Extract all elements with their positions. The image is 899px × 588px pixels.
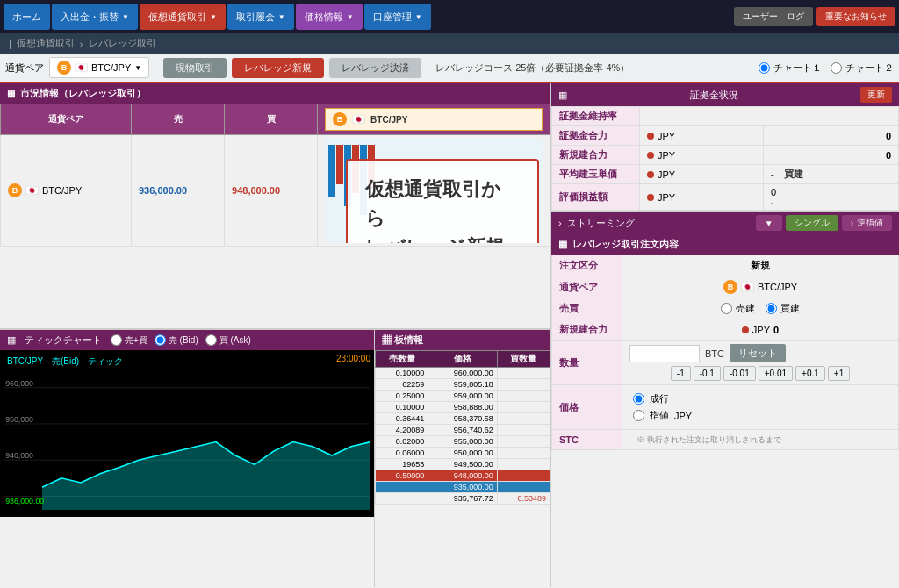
qty-input-field[interactable] bbox=[629, 345, 700, 362]
sell-option[interactable]: 売建 bbox=[721, 302, 755, 315]
legend-all-radio[interactable]: 売+買 bbox=[111, 334, 147, 347]
tab-single[interactable]: シングル bbox=[786, 215, 838, 231]
board-price-3: 958,888.00 bbox=[428, 402, 497, 413]
price-currency: JPY bbox=[674, 411, 692, 421]
limit-price-option[interactable]: 指値 JPY bbox=[633, 409, 888, 422]
board-price-6: 955,000.00 bbox=[428, 436, 497, 448]
tab-leverage-close[interactable]: レバレッジ決済 bbox=[329, 58, 421, 78]
right-panel: ▦ 証拠金状況 更新 証拠金維持率 - 証拠金合力 JPY bbox=[551, 83, 899, 587]
order-label-stc: STC bbox=[552, 430, 622, 450]
jpy-dot-pnl: JPY bbox=[647, 192, 756, 203]
overlay-container: 仮想通貨取引から レバレッジ新規 を選択 bbox=[328, 141, 539, 215]
svg-marker-7 bbox=[42, 442, 370, 510]
reset-button[interactable]: リセット bbox=[730, 344, 786, 362]
breadcrumb-item-1: 仮想通貨取引 bbox=[17, 37, 75, 50]
pnl-extra: - bbox=[771, 197, 891, 207]
step-plus001[interactable]: +0.01 bbox=[759, 366, 793, 381]
board-row: 0.36441 958,370.58 bbox=[376, 413, 550, 425]
board-price-9: 948,000.00 bbox=[428, 470, 497, 482]
col-sell: 売 bbox=[131, 104, 224, 135]
grid-icon5: ▦ bbox=[558, 239, 567, 250]
step-buttons: -1 -0.1 -0.01 +0.01 +0.1 +1 bbox=[629, 366, 891, 381]
jp-flag-order: 🇯🇵 bbox=[741, 281, 754, 293]
sell-buy-radio-group: 売建 買建 bbox=[629, 302, 891, 315]
order-value-margin: JPY 0 bbox=[622, 319, 899, 341]
tab-spot[interactable]: 現物取引 bbox=[163, 58, 227, 78]
board-sell-9: 0.50000 bbox=[376, 470, 428, 482]
avg-extra: 買建 bbox=[784, 169, 803, 179]
board-buy-1 bbox=[497, 379, 550, 391]
alert-button[interactable]: 重要なお知らせ bbox=[816, 7, 895, 26]
board-sell-4: 0.36441 bbox=[376, 413, 428, 425]
jp-flag-icon: 🇯🇵 bbox=[75, 61, 88, 74]
tab-chevron: ▼ bbox=[756, 215, 782, 231]
red-dot-icon3 bbox=[647, 171, 654, 178]
collateral-currency-avg: JPY bbox=[640, 165, 764, 184]
chevron-down-icon: ▼ bbox=[347, 13, 354, 21]
board-row: 0.50000 948,000.00 bbox=[376, 470, 550, 482]
col-pair: 通貨ペア bbox=[1, 104, 132, 135]
currency-jpy-4: JPY bbox=[658, 192, 675, 203]
nav-price[interactable]: 価格情報 ▼ bbox=[296, 4, 363, 30]
board-sell-5: 4.20089 bbox=[376, 425, 428, 436]
collateral-label-avg: 平均建玉単価 bbox=[552, 165, 640, 184]
board-price-1: 959,805.18 bbox=[428, 379, 497, 391]
collateral-row-avg: 平均建玉単価 JPY - 買建 bbox=[552, 165, 899, 184]
tab-reverse-label: 逆指値 bbox=[857, 217, 883, 229]
collateral-label-pnl: 評価損益額 bbox=[552, 184, 640, 211]
tab-reverse[interactable]: › 逆指値 bbox=[842, 215, 892, 231]
chart1-radio[interactable]: チャート１ bbox=[759, 61, 822, 75]
board-price-5: 956,740.62 bbox=[428, 425, 497, 436]
nav-history[interactable]: 取引履会 ▼ bbox=[227, 4, 294, 30]
chevron-down-icon: ▼ bbox=[278, 13, 285, 21]
chart-area-cell: 仮想通貨取引から レバレッジ新規 を選択 bbox=[318, 135, 550, 247]
nav-transfer-label: 入出金・振替 bbox=[61, 11, 119, 24]
user-button[interactable]: ユーザー ログ bbox=[734, 7, 813, 26]
step-plus01[interactable]: +0.1 bbox=[795, 366, 825, 381]
nav-account[interactable]: 口座管理 ▼ bbox=[364, 4, 431, 30]
svg-text:960,000: 960,000 bbox=[5, 379, 33, 388]
board-row: 62259 959,805.18 bbox=[376, 379, 550, 391]
rate-value: - bbox=[647, 111, 651, 122]
order-label-margin: 新規建合力 bbox=[552, 319, 622, 341]
tick-chart-section: ▦ ティックチャート 売+買 売 (Bid) 買 (A bbox=[0, 330, 375, 587]
nav-crypto[interactable]: 仮想通貨取引 ▼ bbox=[140, 4, 226, 30]
tab-single-label: シングル bbox=[795, 217, 830, 229]
board-row: 4.20089 956,740.62 bbox=[376, 425, 550, 436]
tab-leverage-new[interactable]: レバレッジ新規 bbox=[232, 58, 324, 78]
step-minus001[interactable]: -0.01 bbox=[723, 366, 756, 381]
red-dot-icon4 bbox=[647, 194, 654, 201]
board-price-10: 935,000.00 bbox=[428, 482, 497, 493]
col-buy: 買 bbox=[225, 104, 318, 135]
btc-small-icon: B bbox=[8, 183, 22, 197]
buy-option[interactable]: 買建 bbox=[766, 302, 800, 315]
margin-currency: JPY bbox=[752, 325, 770, 335]
legend-sell-radio[interactable]: 売 (Bid) bbox=[155, 334, 198, 347]
stc-note: ※ 執行された注文は取り消しされるまで bbox=[629, 434, 788, 446]
board-buy-2 bbox=[497, 391, 550, 402]
step-minus1[interactable]: -1 bbox=[671, 366, 691, 381]
step-plus1[interactable]: +1 bbox=[828, 366, 850, 381]
board-buy-8 bbox=[497, 459, 550, 470]
board-price-0: 960,000.00 bbox=[428, 368, 497, 379]
collateral-table: 証拠金維持率 - 証拠金合力 JPY 0 新規 bbox=[551, 106, 899, 211]
chevron-down-icon: ▼ bbox=[134, 64, 141, 72]
board-sell-2: 0.25000 bbox=[376, 391, 428, 402]
board-buy-10 bbox=[497, 482, 550, 493]
update-button[interactable]: 更新 bbox=[860, 87, 892, 103]
market-price-option[interactable]: 成行 bbox=[633, 392, 888, 405]
legend-buy-radio[interactable]: 買 (Ask) bbox=[205, 334, 251, 347]
bottom-section: ▦ ティックチャート 売+買 売 (Bid) 買 (A bbox=[0, 329, 550, 587]
chart2-radio[interactable]: チャート２ bbox=[831, 61, 894, 75]
tick-chart-svg: 960,000 950,000 940,000 936,000.00 bbox=[4, 369, 370, 510]
breadcrumb-separator: | bbox=[9, 39, 11, 49]
board-buy-0 bbox=[497, 368, 550, 379]
board-info-header: ▦ 板情報 bbox=[375, 330, 550, 350]
nav-transfer[interactable]: 入出金・振替 ▼ bbox=[52, 4, 138, 30]
collateral-value-balance: 0 bbox=[763, 126, 898, 146]
board-row: 19653 949,500.00 bbox=[376, 459, 550, 470]
step-minus01[interactable]: -0.1 bbox=[694, 366, 721, 381]
currency-value: BTC/JPY bbox=[91, 62, 131, 73]
nav-home[interactable]: ホーム bbox=[4, 4, 50, 30]
currency-pair-select[interactable]: B 🇯🇵 BTC/JPY ▼ bbox=[49, 57, 149, 78]
